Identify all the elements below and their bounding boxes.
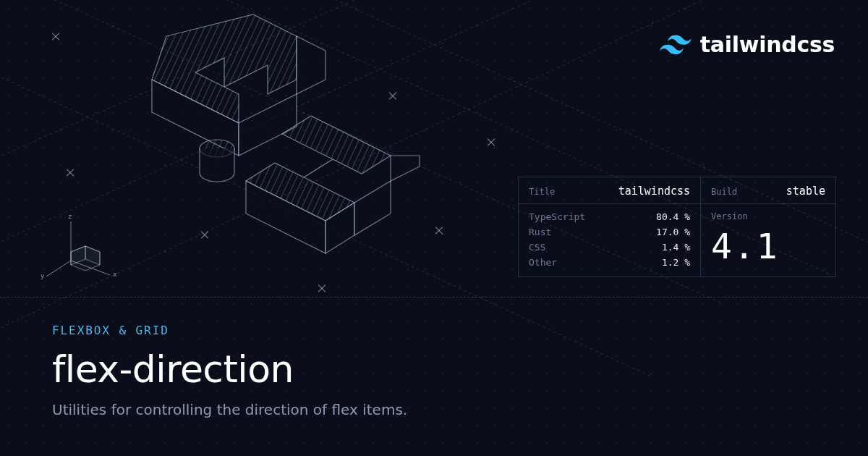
brand-logo: tailwindcss (660, 32, 835, 57)
axis-label-x: x (113, 271, 116, 278)
axis-label-z: z (68, 213, 72, 220)
page-heading-section: FLEXBOX & GRID flex-direction Utilities … (0, 297, 868, 456)
language-row: Other 1.2 % (529, 257, 690, 268)
metadata-build-label: Build (711, 187, 737, 197)
svg-marker-11 (297, 36, 326, 94)
metadata-build-value: stable (786, 185, 825, 198)
metadata-build-row: Build stable (701, 177, 835, 204)
tailwind-logo-icon (660, 35, 692, 55)
metadata-panel: Title tailwindcss TypeScript 80.4 % Rust… (518, 177, 836, 277)
page-subtitle: Utilities for controlling the direction … (52, 401, 816, 418)
svg-marker-16 (354, 181, 391, 235)
language-row: Rust 17.0 % (529, 227, 690, 237)
isometric-version-artwork (80, 7, 456, 268)
language-row: CSS 1.4 % (529, 242, 690, 253)
metadata-version-value: 4.1 (701, 221, 835, 274)
svg-line-20 (46, 261, 71, 276)
axes-gizmo: z x y (43, 217, 123, 290)
metadata-title-value: tailwindcss (618, 185, 690, 198)
brand-name: tailwindcss (700, 32, 835, 57)
metadata-title-label: Title (529, 187, 555, 197)
page-title: flex-direction (52, 347, 816, 391)
svg-marker-10 (239, 94, 297, 156)
axis-label-y: y (41, 272, 44, 279)
svg-marker-17 (391, 156, 420, 181)
page-category: FLEXBOX & GRID (52, 324, 816, 337)
language-breakdown: TypeScript 80.4 % Rust 17.0 % CSS 1.4 % … (519, 204, 700, 276)
language-row: TypeScript 80.4 % (529, 211, 690, 222)
metadata-title-row: Title tailwindcss (519, 177, 700, 204)
metadata-version-label: Version (701, 204, 835, 221)
